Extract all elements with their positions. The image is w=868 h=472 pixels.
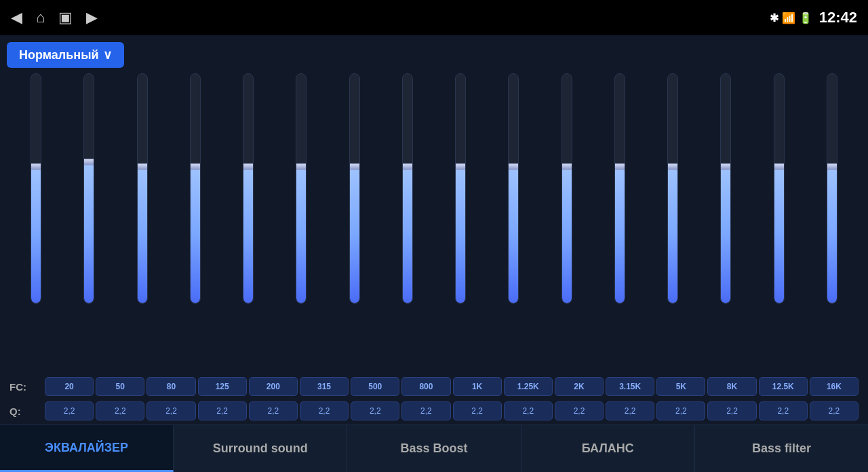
slider-handle-3[interactable] [190,163,201,170]
fc-button-9[interactable]: 1.25K [504,377,553,396]
slider-track-container-7 [398,73,417,304]
tab-surround[interactable]: Surround sound [174,425,347,472]
slider-fill-8 [456,165,465,303]
fc-button-15[interactable]: 16K [810,377,859,396]
slider-track-0[interactable] [31,73,41,304]
q-button-14[interactable]: 2,2 [759,401,808,420]
slider-handle-8[interactable] [455,163,466,170]
slider-handle-12[interactable] [667,163,678,170]
slider-fill-15 [827,165,837,303]
fc-button-12[interactable]: 5K [656,377,705,396]
slider-track-10[interactable] [561,73,572,304]
q-button-15[interactable]: 2,2 [810,401,859,420]
slider-column-10 [540,73,593,374]
slider-track-container-12 [663,73,682,304]
q-button-8[interactable]: 2,2 [453,401,502,420]
slider-handle-4[interactable] [243,163,254,170]
slider-track-13[interactable] [720,73,731,304]
slider-track-14[interactable] [774,73,785,304]
q-button-4[interactable]: 2,2 [249,401,298,420]
slider-track-container-5 [292,73,311,304]
q-button-6[interactable]: 2,2 [351,401,399,420]
slider-handle-7[interactable] [402,163,413,170]
tab-equalizer[interactable]: ЭКВАЛАЙЗЕР [0,425,174,472]
eq-section: FC: 2050801252003155008001K1.25K2K3.15K5… [7,73,861,423]
slider-column-11 [593,73,646,374]
slider-track-8[interactable] [455,73,466,304]
slider-track-2[interactable] [137,73,148,304]
slider-track-container-9 [504,73,523,304]
preset-button[interactable]: Нормальный ∨ [7,42,124,68]
slider-column-4 [222,73,275,374]
q-label: Q: [9,406,45,417]
slider-column-9 [487,73,540,374]
slider-track-1[interactable] [83,73,94,304]
slider-handle-6[interactable] [349,163,360,170]
slider-handle-0[interactable] [31,163,41,170]
q-button-1[interactable]: 2,2 [96,401,144,420]
q-button-13[interactable]: 2,2 [707,401,756,420]
slider-track-4[interactable] [243,73,254,304]
slider-track-12[interactable] [667,73,678,304]
q-button-7[interactable]: 2,2 [401,401,450,420]
slider-track-3[interactable] [190,73,201,304]
home-button[interactable]: ⌂ [36,9,45,26]
slider-handle-5[interactable] [296,163,307,170]
slider-handle-13[interactable] [720,163,731,170]
q-button-5[interactable]: 2,2 [300,401,349,420]
q-buttons: 2,22,22,22,22,22,22,22,22,22,22,22,22,22… [45,401,859,420]
slider-handle-2[interactable] [137,163,148,170]
slider-fill-2 [138,165,147,303]
slider-handle-10[interactable] [561,163,572,170]
slider-track-container-2 [133,73,152,304]
q-button-3[interactable]: 2,2 [198,401,247,420]
play-button[interactable]: ▶ [86,9,98,26]
window-button[interactable]: ▣ [58,9,73,26]
fc-button-2[interactable]: 80 [146,377,195,396]
fc-button-3[interactable]: 125 [198,377,247,396]
slider-track-15[interactable] [827,73,837,304]
slider-track-5[interactable] [296,73,307,304]
slider-column-7 [381,73,434,374]
fc-button-10[interactable]: 2K [555,377,604,396]
fc-button-7[interactable]: 800 [401,377,450,396]
slider-track-11[interactable] [614,73,625,304]
slider-fill-14 [774,165,784,303]
slider-handle-1[interactable] [83,159,94,165]
fc-button-14[interactable]: 12.5K [759,377,808,396]
sliders-container [7,73,861,374]
clock: 12:42 [819,9,857,26]
q-button-0[interactable]: 2,2 [45,401,94,420]
fc-button-5[interactable]: 315 [300,377,349,396]
q-button-11[interactable]: 2,2 [606,401,654,420]
slider-handle-9[interactable] [508,163,519,170]
tab-bassfilter[interactable]: Bass filter [695,425,868,472]
tab-balance[interactable]: БАЛАНС [521,425,695,472]
fc-label: FC: [9,381,45,393]
fc-button-1[interactable]: 50 [96,377,144,396]
fc-button-6[interactable]: 500 [351,377,399,396]
slider-column-3 [169,73,222,374]
q-button-12[interactable]: 2,2 [656,401,705,420]
slider-track-container-15 [823,73,842,304]
tab-bassboost[interactable]: Bass Boost [347,425,521,472]
slider-handle-15[interactable] [827,163,837,170]
slider-fill-7 [403,165,412,303]
tab-bar: ЭКВАЛАЙЗЕРSurround soundBass BoostБАЛАНС… [0,425,868,472]
slider-fill-9 [509,165,518,303]
slider-handle-14[interactable] [774,163,785,170]
slider-fill-4 [243,165,253,303]
fc-button-13[interactable]: 8K [707,377,756,396]
slider-track-9[interactable] [508,73,519,304]
back-button[interactable]: ◀ [11,9,22,26]
slider-track-6[interactable] [349,73,360,304]
q-button-10[interactable]: 2,2 [555,401,604,420]
fc-button-8[interactable]: 1K [453,377,502,396]
slider-track-7[interactable] [402,73,413,304]
fc-button-11[interactable]: 3.15K [606,377,654,396]
slider-handle-11[interactable] [614,163,625,170]
q-button-9[interactable]: 2,2 [504,401,553,420]
q-button-2[interactable]: 2,2 [146,401,195,420]
fc-button-4[interactable]: 200 [249,377,298,396]
fc-button-0[interactable]: 20 [45,377,94,396]
